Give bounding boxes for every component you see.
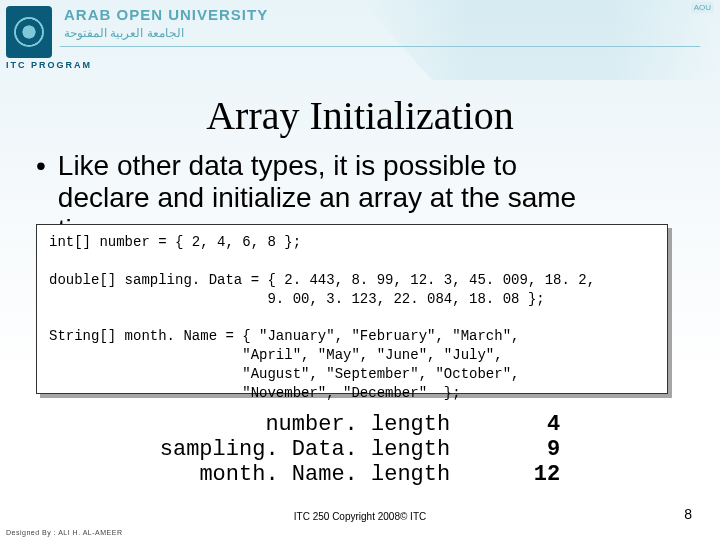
length-value-3: 12 [520, 462, 560, 487]
slide-header: AOU ITC PROGRAM ARAB OPEN UNIVERSITY الج… [0, 0, 720, 80]
university-logo [6, 6, 52, 58]
body-line-2: declare and initialize an array at the s… [58, 182, 576, 214]
header-decoration [360, 0, 720, 80]
length-value-1: 4 [520, 412, 560, 437]
length-label-1: number. length [160, 412, 450, 437]
footer-copyright: ITC 250 Copyright 2008© ITC [0, 511, 720, 522]
length-table: number. length sampling. Data. length mo… [0, 412, 720, 487]
globe-icon [14, 17, 44, 47]
length-value-2: 9 [520, 437, 560, 462]
university-name-en: ARAB OPEN UNIVERSITY [64, 6, 268, 23]
slide: AOU ITC PROGRAM ARAB OPEN UNIVERSITY الج… [0, 0, 720, 540]
page-number: 8 [684, 506, 692, 522]
page-title: Array Initialization [0, 92, 720, 139]
itc-program-label: ITC PROGRAM [6, 60, 92, 70]
body-line-1: Like other data types, it is possible to [58, 150, 576, 182]
code-block: int[] number = { 2, 4, 6, 8 }; double[] … [36, 224, 668, 394]
designed-by: Designed By : ALI H. AL-AMEER [6, 529, 122, 536]
length-label-3: month. Name. length [160, 462, 450, 487]
university-name-ar: الجامعة العربية المفتوحة [64, 26, 184, 40]
length-label-2: sampling. Data. length [160, 437, 450, 462]
